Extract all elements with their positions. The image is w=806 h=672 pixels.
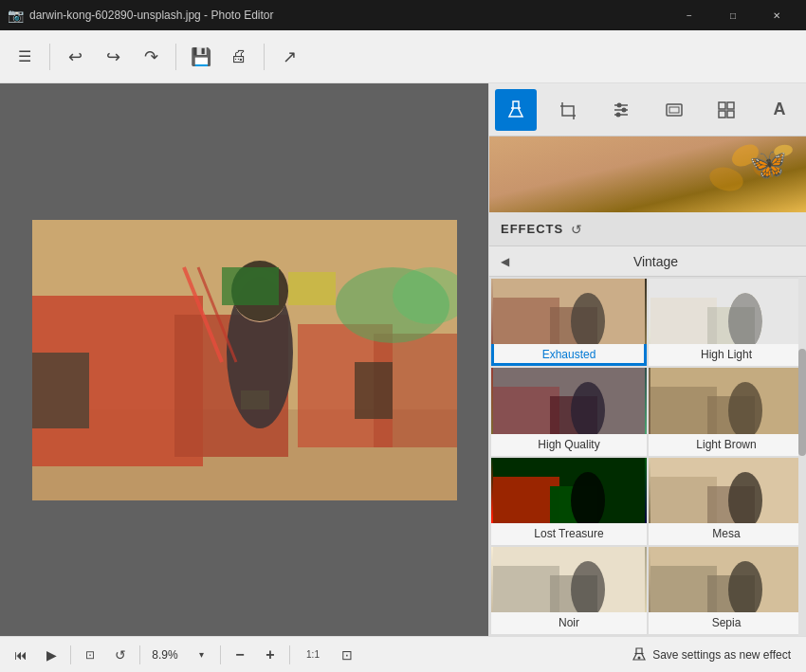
crop-tool-button[interactable] <box>547 89 589 131</box>
status-right: Save settings as new effect <box>624 644 798 666</box>
effect-lightbrown[interactable]: Light Brown <box>649 368 804 455</box>
butterfly-decoration: 🦋 <box>749 146 787 182</box>
play-button[interactable]: ▶ <box>38 642 64 668</box>
effect-losttreas[interactable]: Lost Treasure <box>491 458 647 545</box>
category-header: ◀ Vintage <box>489 246 806 277</box>
app-icon: 📷 <box>8 8 24 23</box>
prev-frame-button[interactable]: ⏮ <box>8 642 34 668</box>
text-tool-button[interactable]: A <box>759 89 800 131</box>
scrollbar-thumb[interactable] <box>798 349 806 457</box>
effect-highlight[interactable]: High Light <box>649 279 804 366</box>
effect-thumbnail-highlight <box>649 279 804 344</box>
effect-sepia[interactable]: Sepia <box>649 547 804 634</box>
effects-grid: Exhausted High Light <box>489 277 806 636</box>
effect-thumbnail-sepia <box>649 547 804 612</box>
effect-label-noir: Noir <box>559 612 579 634</box>
losttreas-thumb-svg <box>491 458 647 523</box>
scrollbar-track <box>798 277 806 636</box>
effects-tool-button[interactable] <box>495 89 537 131</box>
statusbar-separator-3 <box>220 645 221 664</box>
svg-rect-56 <box>650 368 802 433</box>
exhausted-thumb-svg <box>491 279 647 344</box>
effect-mesa[interactable]: Mesa <box>649 458 804 545</box>
effect-label-mesa: Mesa <box>712 523 740 545</box>
fit-window-button[interactable]: ⊡ <box>334 642 360 668</box>
toolbar-separator-2 <box>175 44 176 70</box>
effect-label-sepia: Sepia <box>712 612 742 634</box>
rotate-button[interactable]: ↺ <box>107 642 134 668</box>
redo-button[interactable]: ↷ <box>134 40 168 74</box>
effects-label: EFFECTS <box>501 222 563 236</box>
mesa-thumb-svg <box>649 458 804 523</box>
effect-label-highquality: High Quality <box>538 434 599 456</box>
zoom-out-button[interactable]: − <box>227 642 253 668</box>
effect-exhausted[interactable]: Exhausted <box>491 279 647 366</box>
noir-thumb-svg <box>491 547 647 612</box>
save-new-effect-button[interactable]: Save settings as new effect <box>624 644 798 666</box>
effect-label-lightbrown: Light Brown <box>696 434 756 456</box>
effect-thumbnail-highquality <box>491 368 647 433</box>
right-panel: A 🦋 <box>488 83 806 636</box>
share-button[interactable]: ↗ <box>272 40 306 74</box>
svg-rect-30 <box>719 111 725 118</box>
svg-rect-41 <box>493 279 645 344</box>
svg-rect-14 <box>32 220 457 500</box>
window-title: darwin-kong-602890-unsplash.jpg - Photo … <box>29 9 668 22</box>
effects-reset-button[interactable]: ↺ <box>571 222 582 237</box>
zoom-100-button[interactable]: 1:1 <box>296 642 330 668</box>
sepia-thumb-svg <box>649 547 804 612</box>
effect-thumbnail-mesa <box>649 458 804 523</box>
print-button[interactable]: 🖨 <box>222 40 256 74</box>
svg-point-23 <box>617 102 622 107</box>
svg-rect-26 <box>667 104 682 116</box>
minimize-button[interactable]: − <box>668 0 711 30</box>
statusbar-separator-4 <box>289 645 290 664</box>
effect-highquality[interactable]: High Quality <box>491 368 647 455</box>
svg-rect-16 <box>288 272 336 305</box>
save-effect-icon <box>632 647 647 663</box>
canvas-area <box>0 83 488 636</box>
menu-button[interactable]: ☰ <box>8 40 42 74</box>
toolbar-separator-3 <box>264 44 265 70</box>
svg-point-24 <box>622 107 627 112</box>
toolbar-separator-1 <box>49 44 50 70</box>
status-bar: ⏮ ▶ ⊡ ↺ 8.9% ▾ − + 1:1 ⊡ Save settings a… <box>0 636 806 672</box>
svg-rect-61 <box>493 458 645 523</box>
frame-tool-button[interactable] <box>653 89 695 131</box>
main-area: A 🦋 <box>0 83 806 636</box>
svg-rect-29 <box>727 102 734 109</box>
save-button[interactable]: 💾 <box>184 40 218 74</box>
category-arrow-icon[interactable]: ◀ <box>501 255 509 268</box>
effect-noir[interactable]: Noir <box>491 547 647 634</box>
svg-rect-51 <box>493 368 645 433</box>
maximize-button[interactable]: □ <box>711 0 755 30</box>
svg-rect-46 <box>650 279 802 344</box>
panel-header-image: 🦋 <box>489 136 806 212</box>
crop-tool-icon <box>558 100 578 120</box>
svg-point-25 <box>616 112 621 117</box>
zoom-in-button[interactable]: + <box>257 642 284 668</box>
fit-button[interactable]: ⊡ <box>77 642 103 668</box>
svg-rect-27 <box>669 107 679 113</box>
undo-alt-button[interactable]: ↪ <box>96 40 130 74</box>
photo-container <box>32 220 457 500</box>
undo-button[interactable]: ↩ <box>58 40 92 74</box>
close-button[interactable]: ✕ <box>755 0 798 30</box>
effect-thumbnail-lightbrown <box>649 368 804 433</box>
category-title: Vintage <box>517 254 795 269</box>
effects-bar: EFFECTS ↺ <box>489 212 806 246</box>
adjust-tool-button[interactable] <box>600 89 642 131</box>
save-effect-label: Save settings as new effect <box>652 648 791 662</box>
texture-tool-icon <box>716 100 737 120</box>
main-toolbar: ☰ ↩ ↪ ↷ 💾 🖨 ↗ <box>0 30 806 83</box>
effect-label-exhausted: Exhausted <box>542 344 596 366</box>
frame-tool-icon <box>664 100 685 120</box>
svg-rect-76 <box>650 547 802 612</box>
highlight-thumb-svg <box>649 279 804 344</box>
zoom-dropdown-button[interactable]: ▾ <box>188 642 214 668</box>
panel-toolbar: A <box>489 83 806 136</box>
lightbrown-thumb-svg <box>649 368 804 433</box>
highquality-thumb-svg <box>491 368 647 433</box>
svg-rect-66 <box>650 458 802 523</box>
texture-tool-button[interactable] <box>705 89 747 131</box>
